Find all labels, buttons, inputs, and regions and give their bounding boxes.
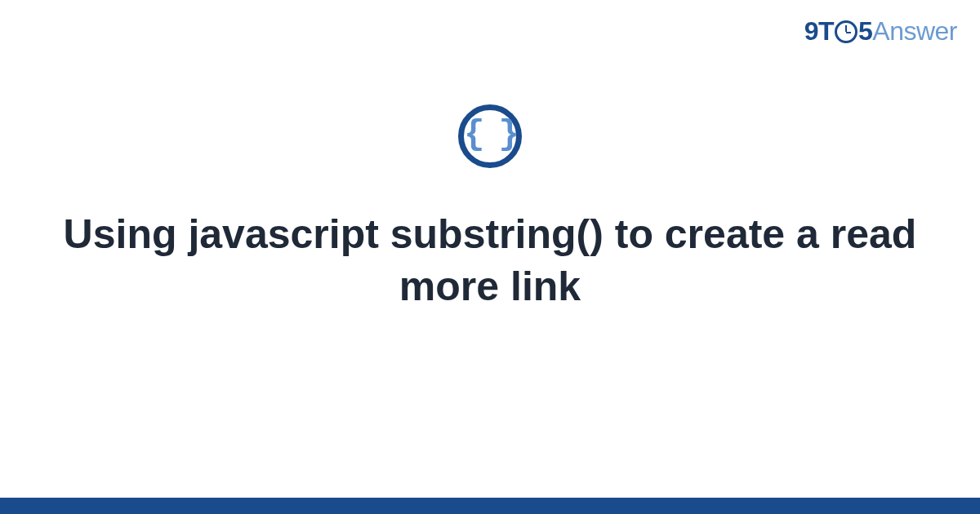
braces-glyph: { } [464, 117, 516, 152]
code-braces-icon: { } [458, 104, 522, 168]
logo-text-answer: Answer [872, 16, 957, 47]
footer-bar [0, 498, 980, 514]
logo-text-9t: 9T [804, 16, 834, 47]
page-title: Using javascript substring() to create a… [49, 208, 931, 312]
logo-text-5: 5 [858, 16, 872, 47]
clock-icon [835, 20, 858, 43]
site-logo: 9T 5 Answer [804, 16, 957, 47]
